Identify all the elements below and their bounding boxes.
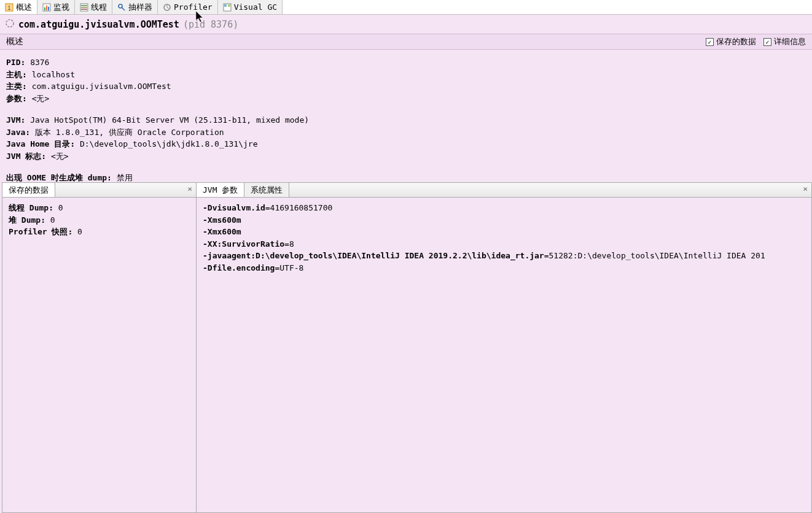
svg-rect-7	[81, 5, 87, 6]
checkbox-group: ✓ 保存的数据 ✓ 详细信息	[706, 36, 806, 47]
thread-dump-value: 0	[53, 203, 63, 212]
saved-data-content: 线程 Dump: 0 堆 Dump: 0 Profiler 快照: 0	[2, 198, 196, 244]
tab-threads[interactable]: 线程	[75, 0, 112, 14]
jvm-args-panel: JVM 参数 系统属性 × -Dvisualvm.id=416916085170…	[197, 182, 812, 513]
svg-rect-5	[48, 7, 49, 10]
tab-profiler-label: Profiler	[174, 2, 213, 12]
sampler-icon	[117, 3, 126, 12]
svg-line-14	[167, 7, 169, 9]
saved-data-header: 保存的数据 ×	[2, 183, 196, 198]
tab-profiler[interactable]: Profiler	[158, 0, 218, 14]
title-bar: com.atguigu.jvisualvm.OOMTest (pid 8376)	[0, 15, 812, 34]
host-value: localhost	[27, 70, 75, 79]
args-value: <无>	[27, 94, 49, 103]
jvm-arg-line: -javaagent:D:\develop_tools\IDEA\Intelli…	[203, 250, 805, 261]
tab-overview[interactable]: i 概述	[0, 0, 37, 14]
tab-visualgc-label: Visual GC	[234, 2, 277, 12]
tab-overview-label: 概述	[16, 2, 32, 13]
close-icon[interactable]: ×	[799, 183, 811, 197]
info-icon: i	[5, 3, 14, 12]
jvm-arg-line: -Dfile.encoding=UTF-8	[203, 263, 805, 274]
svg-rect-16	[224, 4, 227, 7]
saved-data-panel: 保存的数据 × 线程 Dump: 0 堆 Dump: 0 Profiler 快照…	[2, 182, 197, 513]
tab-visualgc[interactable]: Visual GC	[218, 0, 283, 14]
checkmark-icon: ✓	[706, 38, 714, 46]
jvm-arg-line: -Xms600m	[203, 215, 805, 226]
jvm-args-header: JVM 参数 系统属性 ×	[197, 183, 811, 198]
svg-rect-3	[44, 7, 45, 10]
svg-rect-9	[81, 9, 87, 10]
close-icon[interactable]: ×	[184, 183, 196, 197]
pid-label: PID:	[6, 58, 25, 67]
profiler-snapshot-value: 0	[72, 227, 82, 236]
heap-dump-value: 0	[45, 215, 55, 225]
tab-sampler-label: 抽样器	[128, 2, 152, 13]
thread-dump-label: 线程 Dump:	[9, 203, 53, 212]
overview-content: PID: 8376 主机: localhost 主类: com.atguigu.…	[0, 50, 812, 192]
checkbox-saved-label: 保存的数据	[716, 36, 756, 47]
svg-rect-4	[46, 6, 47, 10]
chart-icon	[42, 3, 51, 12]
jvm-args-tab[interactable]: JVM 参数	[197, 183, 244, 197]
jvm-flags-value: <无>	[46, 152, 68, 161]
top-tabs: i 概述 监视 线程 抽样器 Profiler Visual GC	[0, 0, 812, 15]
checkbox-details[interactable]: ✓ 详细信息	[763, 36, 806, 47]
checkbox-details-label: 详细信息	[774, 36, 806, 47]
java-home-value: D:\develop_tools\jdk\jdk1.8.0_131\jre	[75, 139, 257, 148]
jvm-arg-line: -Dvisualvm.id=4169160851700	[203, 202, 805, 214]
main-class-value: com.atguigu.jvisualvm.OOMTest	[27, 82, 171, 91]
svg-text:i: i	[7, 4, 11, 11]
java-label: Java:	[6, 128, 30, 137]
threads-icon	[80, 3, 88, 12]
oome-value: 禁用	[112, 173, 133, 182]
visualgc-icon	[223, 3, 232, 12]
jvm-arg-line: -XX:SurvivorRatio=8	[203, 239, 805, 250]
bottom-panels: 保存的数据 × 线程 Dump: 0 堆 Dump: 0 Profiler 快照…	[2, 182, 812, 513]
jvm-arg-line: -Xmx600m	[203, 226, 805, 237]
svg-rect-8	[81, 7, 87, 8]
java-value: 版本 1.8.0_131, 供应商 Oracle Corporation	[30, 128, 224, 137]
host-label: 主机:	[6, 70, 27, 79]
tab-monitor[interactable]: 监视	[37, 0, 75, 14]
subtitle-text: 概述	[6, 36, 23, 47]
main-class-label: 主类:	[6, 82, 27, 91]
app-pid: (pid 8376)	[183, 19, 238, 30]
profiler-snapshot-label: Profiler 快照:	[9, 227, 72, 236]
heap-dump-label: 堆 Dump:	[9, 215, 45, 225]
jvm-args-content: -Dvisualvm.id=4169160851700-Xms600m-Xmx6…	[197, 198, 811, 279]
app-title: com.atguigu.jvisualvm.OOMTest	[18, 19, 179, 30]
oome-label: 出现 OOME 时生成堆 dump:	[6, 173, 112, 182]
args-label: 参数:	[6, 94, 27, 103]
saved-data-tab[interactable]: 保存的数据	[2, 183, 55, 197]
tab-monitor-label: 监视	[53, 2, 69, 13]
svg-line-11	[122, 7, 125, 10]
jvm-flags-label: JVM 标志:	[6, 152, 46, 161]
tab-threads-label: 线程	[91, 2, 107, 13]
system-props-tab[interactable]: 系统属性	[244, 183, 289, 197]
svg-point-18	[6, 20, 14, 27]
svg-rect-17	[228, 4, 230, 7]
pid-value: 8376	[25, 58, 49, 67]
checkbox-saved-data[interactable]: ✓ 保存的数据	[706, 36, 756, 47]
jvm-label: JVM:	[6, 115, 25, 125]
profiler-icon	[163, 3, 171, 12]
jvm-value: Java HotSpot(TM) 64-Bit Server VM (25.13…	[25, 115, 309, 125]
app-icon	[5, 18, 15, 30]
tab-sampler[interactable]: 抽样器	[112, 0, 158, 14]
java-home-label: Java Home 目录:	[6, 139, 75, 148]
checkmark-icon: ✓	[763, 38, 771, 46]
subtitle-bar: 概述 ✓ 保存的数据 ✓ 详细信息	[0, 34, 812, 50]
